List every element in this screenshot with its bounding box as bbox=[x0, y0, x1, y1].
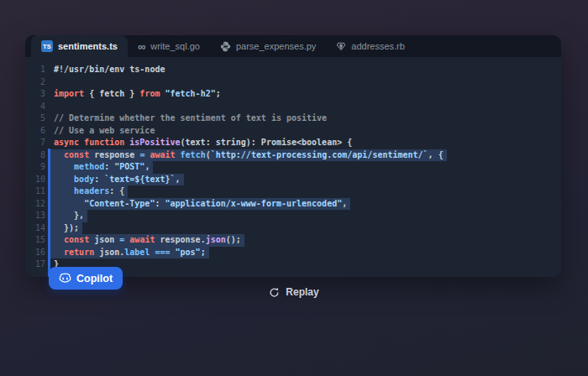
copilot-suggestion-bar bbox=[48, 149, 50, 277]
line-number: 17 bbox=[25, 258, 45, 271]
line-content: body: `text=${text}`, bbox=[49, 174, 184, 186]
line-number: 3 bbox=[25, 88, 45, 101]
code-line: 16 return json.label === "pos"; bbox=[25, 247, 561, 259]
code-line: 13 }, bbox=[25, 210, 561, 222]
code-line: 15 const json = await response.json(); bbox=[25, 234, 561, 247]
code-line: 1#!/usr/bin/env ts-node bbox=[25, 64, 561, 76]
code-line: 5// Determine whether the sentiment of t… bbox=[25, 112, 561, 125]
code-line: 8 const response = await fetch(`http://t… bbox=[25, 149, 561, 162]
line-content: headers: { bbox=[49, 185, 128, 198]
ruby-icon bbox=[336, 41, 346, 51]
line-number: 7 bbox=[25, 137, 45, 149]
code-line: 2 bbox=[25, 76, 561, 89]
tab-addresses-rb[interactable]: addresses.rb bbox=[326, 35, 415, 57]
tab-label: sentiments.ts bbox=[58, 41, 118, 51]
code-line: 10 body: `text=${text}`, bbox=[25, 174, 561, 186]
line-number: 1 bbox=[25, 64, 45, 76]
line-content: // Determine whether the sentiment of te… bbox=[54, 112, 327, 125]
line-content: }, bbox=[49, 210, 87, 222]
code-line: 9 method: "POST", bbox=[25, 161, 561, 174]
copilot-icon bbox=[59, 272, 71, 285]
page-background: { "tabs": [ { "label": "sentiments.ts", … bbox=[0, 0, 588, 376]
code-line: 11 headers: { bbox=[25, 185, 561, 198]
line-number: 5 bbox=[25, 112, 45, 125]
code-lines: 1#!/usr/bin/env ts-node23import { fetch … bbox=[25, 64, 561, 271]
line-content: method: "POST", bbox=[49, 161, 153, 174]
line-content: const json = await response.json(); bbox=[49, 234, 244, 247]
replay-button-label: Replay bbox=[286, 286, 318, 298]
tab-write-sql-go[interactable]: ∞ write_sql.go bbox=[128, 35, 210, 57]
copilot-button-label: Copilot bbox=[76, 273, 113, 285]
line-content: }); bbox=[49, 222, 82, 235]
code-line: 12 "Content-Type": "application/x-www-fo… bbox=[25, 198, 561, 211]
line-content: #!/usr/bin/env ts-node bbox=[54, 64, 165, 76]
replay-icon bbox=[269, 287, 280, 298]
typescript-icon: TS bbox=[41, 40, 53, 52]
line-content: return json.label === "pos"; bbox=[49, 247, 209, 259]
code-line: 7async function isPositive(text: string)… bbox=[25, 137, 561, 149]
tab-label: addresses.rb bbox=[351, 41, 405, 51]
code-editor-panel: TS sentiments.ts ∞ write_sql.go parse_ex… bbox=[25, 35, 561, 277]
code-line: 3import { fetch } from "fetch-h2"; bbox=[25, 88, 561, 101]
line-number: 6 bbox=[25, 125, 45, 138]
line-content: // Use a web service bbox=[54, 125, 155, 138]
code-line: 6// Use a web service bbox=[25, 125, 561, 138]
code-line: 4 bbox=[25, 101, 561, 113]
line-content: import { fetch } from "fetch-h2"; bbox=[54, 88, 221, 101]
line-number: 14 bbox=[25, 222, 45, 235]
line-number: 16 bbox=[25, 247, 45, 259]
line-number: 10 bbox=[25, 174, 45, 186]
line-number: 9 bbox=[25, 161, 45, 174]
code-line: 14 }); bbox=[25, 222, 561, 235]
tab-label: write_sql.go bbox=[150, 41, 200, 51]
line-content: "Content-Type": "application/x-www-form-… bbox=[49, 198, 350, 211]
line-number: 13 bbox=[25, 210, 45, 222]
tab-parse-expenses-py[interactable]: parse_expenses.py bbox=[210, 35, 326, 57]
tab-bar: TS sentiments.ts ∞ write_sql.go parse_ex… bbox=[25, 35, 561, 57]
tab-label: parse_expenses.py bbox=[236, 41, 316, 51]
line-content: async function isPositive(text: string):… bbox=[54, 137, 352, 149]
line-number: 8 bbox=[25, 149, 45, 162]
line-content: const response = await fetch(`http://tex… bbox=[49, 149, 447, 162]
python-icon bbox=[220, 41, 231, 52]
replay-button[interactable]: Replay bbox=[0, 286, 588, 298]
line-number: 12 bbox=[25, 198, 45, 211]
line-number: 2 bbox=[25, 76, 45, 89]
code-editor[interactable]: 1#!/usr/bin/env ts-node23import { fetch … bbox=[25, 57, 561, 277]
line-number: 15 bbox=[25, 234, 45, 247]
go-icon: ∞ bbox=[138, 41, 145, 52]
line-number: 11 bbox=[25, 185, 45, 198]
tab-sentiments-ts[interactable]: TS sentiments.ts bbox=[31, 35, 128, 57]
line-number: 4 bbox=[25, 101, 45, 113]
